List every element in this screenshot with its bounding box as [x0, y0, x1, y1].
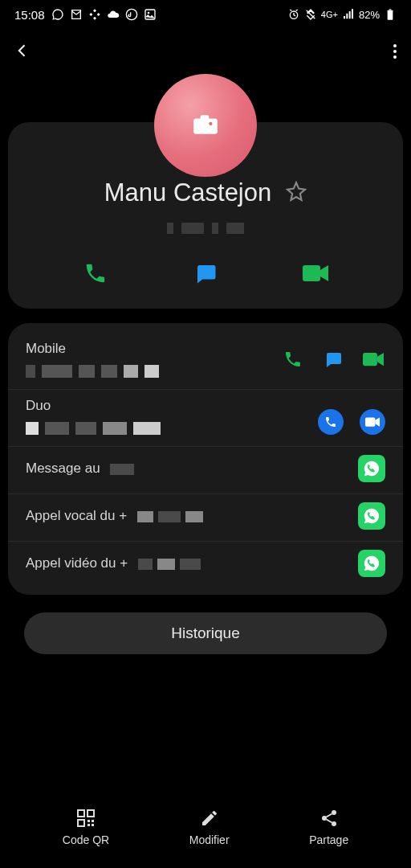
- whatsapp-video-row[interactable]: Appel vidéo du +: [8, 542, 403, 588]
- edit-label: Modifier: [189, 833, 230, 846]
- top-bar: [0, 29, 411, 74]
- svg-point-2: [147, 12, 149, 14]
- svg-rect-15: [78, 820, 84, 826]
- duo-voice-button[interactable]: [318, 409, 344, 435]
- wa-message-label: Message au: [26, 461, 100, 476]
- contact-details-card: Mobile Duo Message au: [8, 323, 403, 595]
- signal-icon: [342, 8, 355, 21]
- mobile-video-button[interactable]: [361, 347, 385, 371]
- svg-point-20: [332, 810, 336, 815]
- message-button[interactable]: [191, 259, 220, 288]
- wa-video-number-redacted: [138, 559, 201, 570]
- duo-video-button[interactable]: [360, 409, 385, 435]
- whatsapp-voice-row[interactable]: Appel vocal du +: [8, 494, 403, 542]
- svg-rect-14: [87, 810, 94, 817]
- mail-icon: [70, 8, 83, 21]
- qr-code-button[interactable]: Code QR: [63, 808, 109, 846]
- video-button[interactable]: [301, 259, 330, 288]
- share-icon: [319, 808, 340, 829]
- whatsapp-message-row[interactable]: Message au: [8, 447, 403, 494]
- svg-rect-8: [201, 115, 210, 120]
- svg-rect-19: [92, 824, 94, 826]
- svg-rect-12: [365, 417, 375, 426]
- svg-rect-6: [389, 9, 392, 10]
- svg-line-24: [326, 820, 332, 823]
- svg-rect-13: [78, 810, 84, 817]
- wa-video-label: Appel vidéo du +: [26, 555, 128, 571]
- share-button[interactable]: Partage: [309, 808, 348, 846]
- svg-rect-18: [87, 824, 90, 826]
- mobile-message-button[interactable]: [321, 347, 345, 371]
- call-button[interactable]: [81, 259, 110, 288]
- qr-icon: [75, 808, 96, 829]
- alarm-icon: [287, 8, 300, 21]
- wa-voice-number-redacted: [137, 511, 203, 522]
- whatsapp-message-button[interactable]: [358, 455, 385, 482]
- camera-icon: [192, 114, 219, 137]
- svg-rect-10: [303, 265, 320, 281]
- svg-rect-17: [92, 820, 94, 822]
- status-notification-icons: [51, 8, 157, 21]
- favorite-button[interactable]: [286, 181, 307, 205]
- whatsapp-voice-button[interactable]: [358, 502, 385, 530]
- wa-message-number-redacted: [110, 464, 134, 475]
- edit-button[interactable]: Modifier: [189, 808, 230, 846]
- contact-name: Manu Castejon: [104, 178, 272, 207]
- svg-rect-7: [193, 119, 218, 134]
- mobile-row[interactable]: Mobile: [8, 333, 403, 390]
- history-button-label: Historique: [171, 624, 240, 642]
- svg-rect-5: [388, 10, 393, 20]
- bottom-nav: Code QR Modifier Partage: [0, 796, 411, 868]
- mobile-call-button[interactable]: [281, 347, 305, 371]
- contact-avatar[interactable]: [154, 74, 257, 177]
- svg-point-22: [332, 821, 336, 826]
- more-options-button[interactable]: [393, 42, 397, 61]
- svg-point-0: [126, 9, 136, 19]
- photos-icon: [88, 8, 101, 21]
- whatsapp-video-button[interactable]: [358, 550, 385, 577]
- status-time: 15:08: [14, 8, 45, 22]
- contact-subtitle-redacted: [8, 219, 403, 238]
- pencil-icon: [199, 808, 220, 829]
- vibrate-icon: [304, 8, 317, 21]
- history-button[interactable]: Historique: [24, 612, 387, 654]
- network-type: 4G+: [321, 10, 338, 19]
- svg-rect-16: [87, 820, 90, 822]
- svg-rect-11: [363, 353, 377, 366]
- music-icon: [125, 8, 138, 21]
- image-icon: [144, 8, 157, 21]
- svg-line-23: [326, 814, 332, 817]
- whatsapp-icon: [51, 8, 64, 21]
- qr-label: Code QR: [63, 833, 109, 846]
- back-button[interactable]: [14, 39, 31, 64]
- battery-icon: [384, 8, 397, 21]
- duo-row[interactable]: Duo: [8, 390, 403, 447]
- wa-voice-label: Appel vocal du +: [26, 508, 127, 523]
- status-bar: 15:08 4G+ 82%: [0, 0, 411, 29]
- share-label: Partage: [309, 833, 348, 846]
- svg-point-21: [322, 816, 327, 821]
- cloud-icon: [107, 8, 120, 21]
- svg-point-9: [209, 122, 212, 125]
- battery-percent: 82%: [359, 9, 380, 21]
